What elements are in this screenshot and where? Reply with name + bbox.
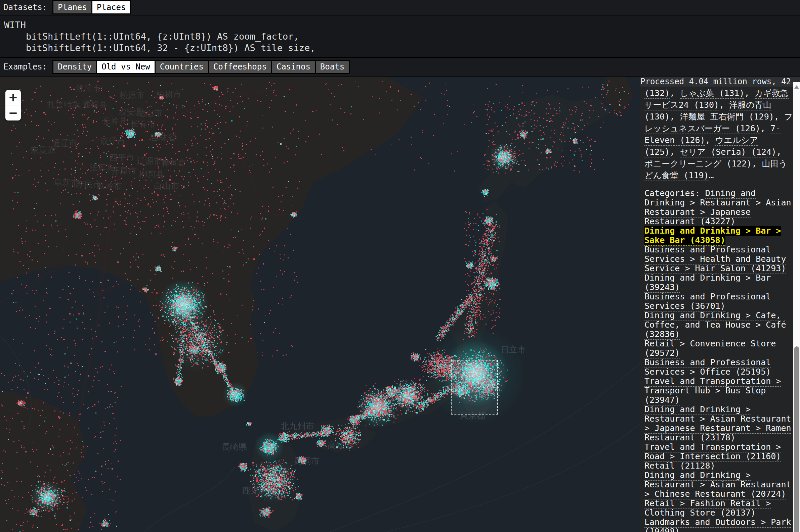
- button-planes[interactable]: Planes: [53, 1, 91, 14]
- map-container: + −: [0, 77, 640, 532]
- map-zoom-control: + −: [5, 90, 21, 120]
- query-status-text: Processed 4.04 million rows, 42.32 MiB: [640, 77, 800, 87]
- example-buttons-group: DensityOld vs NewCountriesCoffeeshopsCas…: [52, 60, 350, 74]
- sidebar-link[interactable]: Business and Professional Services > Hea…: [644, 245, 786, 274]
- button-boats[interactable]: Boats: [316, 61, 349, 73]
- sidebar-link[interactable]: Retail (21128): [644, 461, 715, 471]
- sidebar-link[interactable]: Dining and Drinking > Restaurant > Asian…: [644, 470, 791, 499]
- category-link-highlighted[interactable]: Dining and Drinking > Bar > Sake Bar (43…: [644, 226, 781, 246]
- sidebar-link[interactable]: ポニークリーニング (122): [644, 159, 752, 169]
- button-coffeeshops[interactable]: Coffeeshops: [209, 61, 271, 73]
- button-casinos[interactable]: Casinos: [272, 61, 315, 73]
- sidebar-link[interactable]: セリア (Seria) (124): [680, 147, 776, 157]
- sidebar-link[interactable]: Travel and Transportation > Transport Hu…: [644, 376, 781, 405]
- sidebar-link[interactable]: Business and Professional Services > Off…: [644, 358, 771, 377]
- zoom-out-button[interactable]: −: [5, 105, 21, 120]
- map-canvas[interactable]: [0, 77, 640, 532]
- categories-label: Categories:: [644, 188, 705, 198]
- sidebar-link[interactable]: Business and Professional Services (3670…: [644, 292, 771, 311]
- sidebar-link[interactable]: 洋麺屋 五右衛門 (129): [680, 112, 774, 122]
- sidebar-link[interactable]: (132): [644, 88, 670, 99]
- button-countries[interactable]: Countries: [156, 61, 208, 73]
- button-old-vs-new[interactable]: Old vs New: [97, 61, 154, 73]
- sidebar-link[interactable]: Travel and Transportation > Road > Inter…: [644, 442, 781, 462]
- scroll-up-arrow-icon[interactable]: [794, 85, 799, 89]
- zoom-in-button[interactable]: +: [5, 90, 21, 105]
- sidebar-link[interactable]: Retail > Convenience Store (29572): [644, 339, 776, 359]
- sidebar-link[interactable]: Dining and Drinking > Restaurant > Asian…: [644, 404, 791, 443]
- dataset-buttons-group: PlanesPlaces: [52, 0, 131, 15]
- sidebar-link[interactable]: Dining and Drinking > Bar (39243): [644, 273, 771, 293]
- scrollbar-corner: [793, 77, 800, 82]
- sidebar-link[interactable]: Retail > Fashion Retail > Clothing Store…: [644, 498, 771, 518]
- sidebar-link[interactable]: Dining and Drinking > Cafe, Coffee, and …: [644, 310, 786, 340]
- button-places[interactable]: Places: [92, 1, 130, 14]
- button-density[interactable]: Density: [53, 61, 96, 73]
- sidebar-link[interactable]: しゃぶ葉 (131): [680, 88, 744, 99]
- sql-query-editor[interactable]: WITH bitShiftLeft(1::UInt64, {z:UInt8}) …: [0, 16, 800, 57]
- categories-list: Categories: Dining and Drinking > Restau…: [644, 189, 793, 532]
- sql-query-text[interactable]: WITH bitShiftLeft(1::UInt64, {z:UInt8}) …: [0, 16, 800, 58]
- examples-label: Examples:: [3, 62, 47, 72]
- datasets-bar: Datasets: PlanesPlaces: [0, 0, 800, 16]
- top-names-list: (132), しゃぶ葉 (131), カギ救急サービス24 (130), 洋服の…: [644, 87, 793, 181]
- examples-bar: Examples: DensityOld vs NewCountriesCoff…: [0, 57, 800, 77]
- scrollbar-thumb[interactable]: [794, 346, 799, 532]
- results-sidebar: (132), しゃぶ葉 (131), カギ救急サービス24 (130), 洋服の…: [640, 87, 793, 532]
- map-selection-box[interactable]: [451, 360, 498, 415]
- sidebar-link[interactable]: Landmarks and Outdoors > Park (19498): [644, 517, 791, 532]
- datasets-label: Datasets:: [3, 3, 47, 12]
